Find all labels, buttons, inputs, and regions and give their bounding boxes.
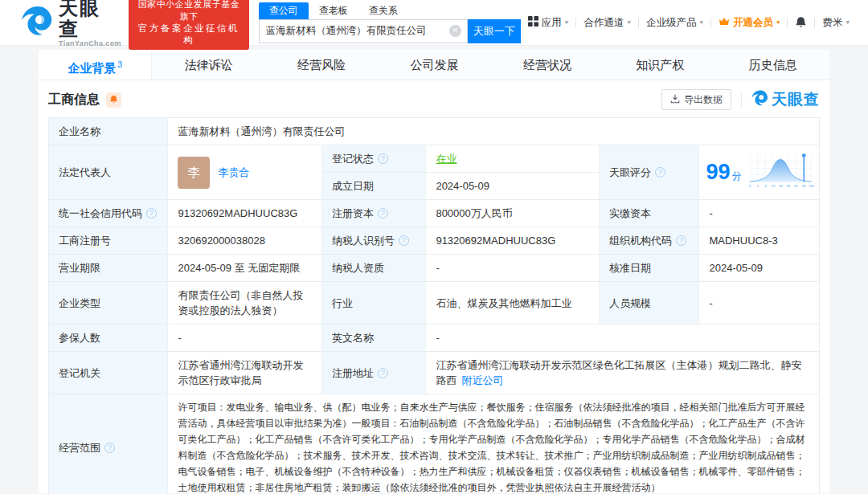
export-data-button[interactable]: 导出数据 <box>661 89 731 110</box>
svg-text:97: 97 <box>794 184 798 188</box>
value-legal-representative: 李 李贵合 <box>168 145 322 200</box>
search-box: ✕ <box>259 19 468 43</box>
tab-legal-litigation[interactable]: 法律诉讼 <box>152 50 264 80</box>
logo-title: 天眼查 <box>59 0 121 39</box>
help-icon[interactable]: ? <box>399 235 409 246</box>
label-business-term: 营业期限 <box>49 255 168 282</box>
value-establish-date: 2024-05-09 <box>426 173 600 200</box>
search-tab-boss[interactable]: 查老板 <box>309 2 358 19</box>
tianyancha-watermark: 天眼查 <box>751 89 820 110</box>
top-navigation: 应用 ▾ 合作通道 ▾ 企业级产品 ▾ 开通会员 ▾ 费米 ▾ <box>521 16 857 30</box>
table-row: 经营范围? 许可项目：发电业务、输电业务、供（配）电业务；自来水生产与供应；餐饮… <box>49 394 819 494</box>
label-uscc: 统一社会信用代码? <box>49 200 168 227</box>
score-marker-knob <box>801 153 805 157</box>
tianyancha-logo[interactable]: 天眼查 TianYanCha.com <box>21 0 121 47</box>
label-registration-number: 工商注册号 <box>49 227 168 255</box>
value-tianyan-score: 99 分 <box>699 145 818 200</box>
value-staff-size: - <box>699 282 818 325</box>
search-tab-company[interactable]: 查公司 <box>259 2 309 19</box>
svg-text:15: 15 <box>771 184 775 188</box>
svg-text:0: 0 <box>749 184 751 188</box>
table-row: 统一社会信用代码? 91320692MADHUUC83G 注册资本? 80000… <box>49 200 819 227</box>
value-company-name: 蓝海新材料（通州湾）有限责任公司 <box>168 118 818 145</box>
nav-enterprise-products[interactable]: 企业级产品 ▾ <box>639 16 710 30</box>
tab-count-badge: 3 <box>117 59 122 69</box>
help-icon[interactable]: ? <box>378 368 388 378</box>
chevron-down-icon: ▾ <box>627 19 631 26</box>
search-input[interactable] <box>260 26 449 37</box>
value-registered-address: 江苏省通州湾江海联动开发示范区绿色化工拓展区（主体港）规划二路北、静安路西附近公… <box>426 352 819 394</box>
nav-apps-label: 应用 <box>542 16 562 30</box>
label-industry: 行业 <box>322 282 426 325</box>
legal-rep-link[interactable]: 李贵合 <box>218 165 249 180</box>
status-active-link[interactable]: 在业 <box>436 151 457 166</box>
watermark-brand: 天眼查 <box>772 89 820 110</box>
value-approval-date: 2024-05-09 <box>699 255 818 282</box>
tab-label: 企业背景 <box>68 61 116 75</box>
nav-vip-label: 开通会员 <box>733 16 773 30</box>
tab-intellectual-property[interactable]: 知识产权 <box>604 50 716 80</box>
label-company-type: 企业类型 <box>49 282 168 325</box>
help-icon[interactable]: ? <box>378 153 388 164</box>
crown-icon <box>719 17 730 28</box>
chevron-down-icon: ▾ <box>565 19 569 26</box>
value-taxpayer-quality: - <box>426 255 600 282</box>
table-row: 法定代表人 李 李贵合 登记状态? 在业 成立日期 2024-05-09 天眼评… <box>49 145 819 200</box>
tab-company-development[interactable]: 公司发展 <box>378 50 490 80</box>
table-row: 参保人数 - 英文名称 - <box>49 325 819 352</box>
score-number: 99 <box>706 161 730 183</box>
label-registered-address: 注册地址? <box>322 352 426 394</box>
nearby-companies-link[interactable]: 附近公司 <box>461 374 503 386</box>
svg-text:1: 1 <box>756 184 759 188</box>
tianyancha-swirl-icon <box>21 6 55 39</box>
search-tab-relation[interactable]: 查关系 <box>358 2 408 19</box>
value-registration-authority: 江苏省通州湾江海联动开发示范区行政审批局 <box>168 352 322 394</box>
tab-history-info[interactable]: 历史信息 <box>717 50 829 80</box>
help-icon[interactable]: ? <box>146 208 157 218</box>
label-establish-date: 成立日期 <box>322 173 426 200</box>
section-header: 工商信息 导出数据 天眼查 <box>39 80 829 117</box>
label-tianyan-score: 天眼评分? <box>600 145 700 200</box>
nav-user-account[interactable]: 费米 ▾ <box>815 16 857 30</box>
nav-cooperation[interactable]: 合作通道 ▾ <box>576 16 638 30</box>
label-registered-capital: 注册资本? <box>322 200 426 227</box>
label-insured-count: 参保人数 <box>49 325 168 352</box>
tab-operating-risk[interactable]: 经营风险 <box>265 50 378 80</box>
notification-bell-icon[interactable] <box>788 16 814 29</box>
legal-rep-avatar[interactable]: 李 <box>178 157 210 189</box>
tab-label: 法律诉讼 <box>185 58 233 71</box>
gov-certification-badge: 国家中小企业发展子基金旗下 官方备案企业征信机构 <box>129 0 249 50</box>
nav-vip-membership[interactable]: 开通会员 ▾ <box>711 16 788 30</box>
tianyancha-swirl-icon <box>751 90 769 109</box>
svg-text:99: 99 <box>801 184 805 188</box>
gov-badge-line2: 官方备案企业征信机构 <box>134 22 244 47</box>
search-button[interactable]: 天眼一下 <box>468 19 521 43</box>
label-registration-authority: 登记机关 <box>49 352 168 394</box>
table-row: 工商注册号 320692000038028 纳税人识别号? 91320692MA… <box>49 227 819 255</box>
svg-text:100: 100 <box>809 184 814 188</box>
tab-label: 公司发展 <box>410 58 458 71</box>
gov-badge-line1: 国家中小企业发展子基金旗下 <box>134 0 244 22</box>
logo-text: 天眼查 TianYanCha.com <box>59 0 121 47</box>
monitor-bell-icon[interactable] <box>106 92 121 108</box>
value-company-type: 有限责任公司（非自然人投资或控股的法人独资） <box>168 282 322 325</box>
label-business-scope: 经营范围? <box>49 394 168 494</box>
value-paid-capital: - <box>699 200 818 227</box>
company-detail-card: 企业背景3 法律诉讼 经营风险 公司发展 经营状况 知识产权 历史信息 工商信息… <box>39 50 829 493</box>
tab-label: 经营风险 <box>297 58 346 71</box>
nav-enterprise-products-label: 企业级产品 <box>646 16 697 30</box>
value-industry: 石油、煤炭及其他燃料加工业 <box>426 282 600 325</box>
svg-text:3: 3 <box>764 184 767 188</box>
tab-company-background[interactable]: 企业背景3 <box>39 50 152 80</box>
detail-tab-bar: 企业背景3 法律诉讼 经营风险 公司发展 经营状况 知识产权 历史信息 <box>39 50 829 80</box>
tab-operating-status[interactable]: 经营状况 <box>491 50 604 80</box>
help-icon[interactable]: ? <box>378 208 388 218</box>
help-icon[interactable]: ? <box>676 235 686 246</box>
help-icon[interactable]: ? <box>104 443 115 453</box>
svg-text:50: 50 <box>779 184 783 188</box>
clear-search-icon[interactable]: ✕ <box>449 25 461 37</box>
label-legal-representative: 法定代表人 <box>49 145 168 200</box>
help-icon[interactable]: ? <box>655 167 665 178</box>
nav-apps[interactable]: 应用 ▾ <box>521 16 576 30</box>
label-approval-date: 核准日期 <box>600 255 700 282</box>
